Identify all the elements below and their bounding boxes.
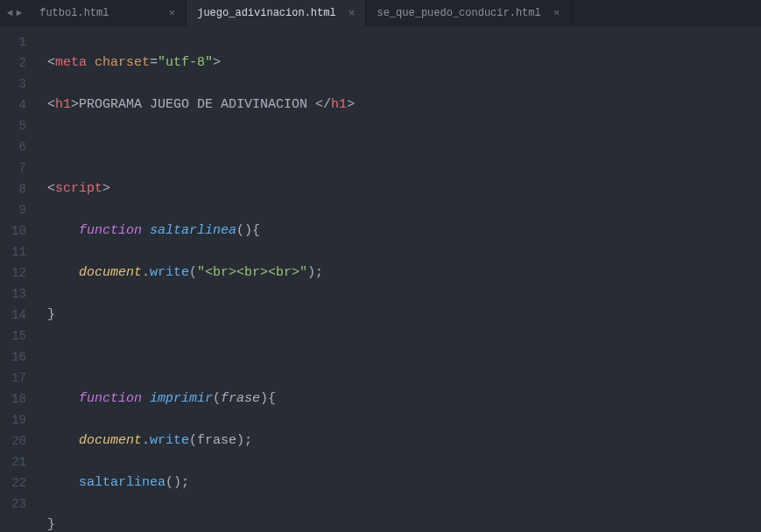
tab-juego-adivinacion[interactable]: juego_adivinacion.html × (187, 0, 366, 26)
editor: 1 2 3 4 5 6 7 8 9 10 11 12 13 14 15 16 1… (0, 26, 761, 532)
nav-arrows: ◄ ► (0, 0, 29, 26)
nav-forward-icon[interactable]: ► (15, 8, 25, 18)
close-icon[interactable]: × (168, 7, 175, 20)
line-gutter: 1 2 3 4 5 6 7 8 9 10 11 12 13 14 15 16 1… (0, 26, 39, 532)
tab-se-que-puedo-conducir[interactable]: se_que_puedo_conducir.html × (366, 0, 571, 26)
line-number: 4 (0, 94, 26, 116)
line-number: 14 (0, 304, 26, 326)
line-number: 19 (0, 410, 26, 430)
tab-futbol[interactable]: futbol.html × (29, 0, 187, 26)
tab-label: se_que_puedo_conducir.html (377, 7, 540, 19)
line-number: 18 (0, 388, 26, 410)
line-number: 6 (0, 136, 26, 158)
line-number: 20 (0, 430, 26, 452)
code-area[interactable]: <meta charset="utf-8"> <h1>PROGRAMA JUEG… (39, 26, 761, 532)
nav-back-icon[interactable]: ◄ (5, 8, 15, 18)
line-number: 12 (0, 262, 26, 284)
line-number: 10 (0, 220, 26, 242)
line-number: 15 (0, 326, 26, 346)
line-number: 5 (0, 116, 26, 136)
line-number: 13 (0, 284, 26, 304)
line-number: 3 (0, 74, 26, 94)
line-number: 2 (0, 52, 26, 74)
line-number: 8 (0, 178, 26, 200)
tab-label: futbol.html (39, 7, 109, 19)
line-number: 23 (0, 494, 26, 514)
tab-bar: ◄ ► futbol.html × juego_adivinacion.html… (0, 0, 761, 26)
line-number: 7 (0, 158, 26, 178)
tab-label: juego_adivinacion.html (197, 7, 335, 19)
line-number: 17 (0, 368, 26, 388)
close-icon[interactable]: × (349, 7, 356, 20)
line-number: 11 (0, 242, 26, 262)
close-icon[interactable]: × (553, 7, 560, 20)
line-number: 21 (0, 452, 26, 472)
line-number: 9 (0, 200, 26, 220)
line-number: 22 (0, 472, 26, 494)
line-number: 16 (0, 346, 26, 368)
line-number: 1 (0, 32, 26, 52)
